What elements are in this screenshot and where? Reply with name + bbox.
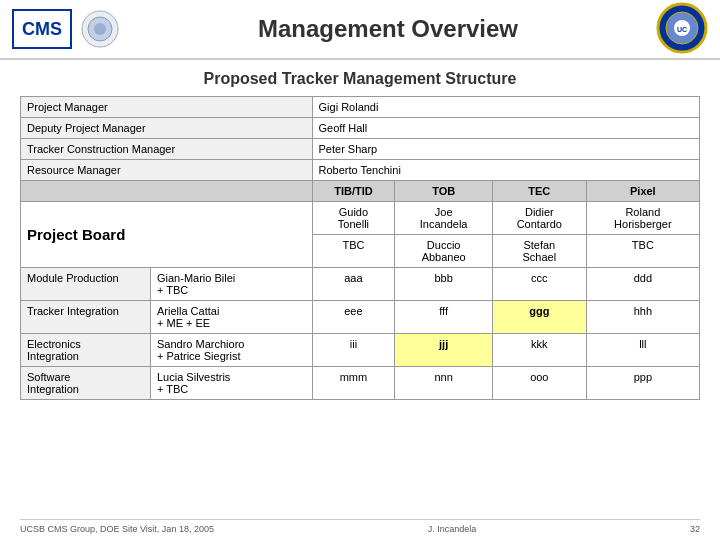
table-row: Tracker Construction Manager Peter Sharp [21, 139, 700, 160]
cms-emblem [80, 9, 120, 49]
electronics-int-c2: jjj [395, 334, 493, 367]
module-prod-c1: aaa [312, 268, 395, 301]
header: CMS Management Overview UC [0, 0, 720, 60]
board-r1-tib: Guido Tonelli [312, 202, 395, 235]
svg-point-2 [94, 23, 106, 35]
footer: UCSB CMS Group, DOE Site Visit, Jan 18, … [20, 519, 700, 534]
svg-text:UC: UC [677, 26, 687, 33]
board-r2-tec: Stefan Schael [492, 235, 586, 268]
section-title: Proposed Tracker Management Structure [20, 70, 700, 88]
board-r2-pixel: TBC [586, 235, 699, 268]
main-content: Proposed Tracker Management Structure Pr… [0, 60, 720, 410]
table-row: Project Board Guido Tonelli Joe Incandel… [21, 202, 700, 235]
construction-label: Tracker Construction Manager [21, 139, 313, 160]
electronics-int-c1: iii [312, 334, 395, 367]
col-header-tec: TEC [492, 181, 586, 202]
electronics-int-role: Electronics Integration [21, 334, 151, 367]
project-manager-label: Project Manager [21, 97, 313, 118]
resource-label: Resource Manager [21, 160, 313, 181]
board-r1-pixel: Roland Horisberger [586, 202, 699, 235]
footer-right: 32 [690, 524, 700, 534]
module-prod-c2: bbb [395, 268, 493, 301]
electronics-int-c3: kkk [492, 334, 586, 367]
electronics-int-person: Sandro Marchioro + Patrice Siegrist [151, 334, 313, 367]
deputy-value: Geoff Hall [312, 118, 699, 139]
module-prod-c4: ddd [586, 268, 699, 301]
software-int-c1: mmm [312, 367, 395, 400]
col-header-tib: TIB/TID [312, 181, 395, 202]
column-header-row: TIB/TID TOB TEC Pixel [21, 181, 700, 202]
tracker-int-c3: ggg [492, 301, 586, 334]
tracker-int-person: Ariella Cattai + ME + EE [151, 301, 313, 334]
management-table: Project Manager Gigi Rolandi Deputy Proj… [20, 96, 700, 400]
cms-logo-text: CMS [22, 19, 62, 40]
table-row: Module Production Gian-Mario Bilei + TBC… [21, 268, 700, 301]
software-int-c3: ooo [492, 367, 586, 400]
tracker-int-role: Tracker Integration [21, 301, 151, 334]
board-r2-tob: Duccio Abbaneo [395, 235, 493, 268]
table-row: Project Manager Gigi Rolandi [21, 97, 700, 118]
footer-middle: J. Incandela [428, 524, 477, 534]
footer-left: UCSB CMS Group, DOE Site Visit, Jan 18, … [20, 524, 214, 534]
table-row: Software Integration Lucia Silvestris + … [21, 367, 700, 400]
electronics-int-c4: lll [586, 334, 699, 367]
board-r2-tib: TBC [312, 235, 395, 268]
page-title: Management Overview [120, 15, 656, 43]
resource-value: Roberto Tenchini [312, 160, 699, 181]
col-header-pixel: Pixel [586, 181, 699, 202]
cms-logo-container: CMS [12, 9, 120, 49]
table-row: Tracker Integration Ariella Cattai + ME … [21, 301, 700, 334]
software-int-role: Software Integration [21, 367, 151, 400]
module-prod-role: Module Production [21, 268, 151, 301]
table-row: Electronics Integration Sandro Marchioro… [21, 334, 700, 367]
construction-value: Peter Sharp [312, 139, 699, 160]
uc-logo: UC [656, 2, 708, 57]
tracker-int-c4: hhh [586, 301, 699, 334]
cms-logo: CMS [12, 9, 72, 49]
software-int-c4: ppp [586, 367, 699, 400]
board-r1-tec: Didier Contardo [492, 202, 586, 235]
project-manager-value: Gigi Rolandi [312, 97, 699, 118]
deputy-label: Deputy Project Manager [21, 118, 313, 139]
module-prod-person: Gian-Mario Bilei + TBC [151, 268, 313, 301]
uc-logo-svg: UC [656, 2, 708, 54]
empty-header [21, 181, 313, 202]
project-board-label: Project Board [21, 202, 313, 268]
software-int-c2: nnn [395, 367, 493, 400]
table-row: Resource Manager Roberto Tenchini [21, 160, 700, 181]
module-prod-c3: ccc [492, 268, 586, 301]
board-r1-tob: Joe Incandela [395, 202, 493, 235]
tracker-int-c1: eee [312, 301, 395, 334]
table-row: Deputy Project Manager Geoff Hall [21, 118, 700, 139]
software-int-person: Lucia Silvestris + TBC [151, 367, 313, 400]
tracker-int-c2: fff [395, 301, 493, 334]
col-header-tob: TOB [395, 181, 493, 202]
